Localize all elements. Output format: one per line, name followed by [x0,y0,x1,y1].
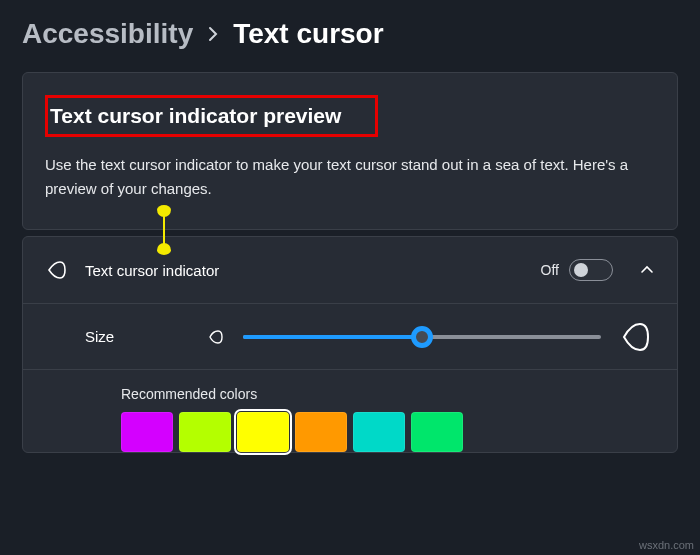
color-swatch-lime[interactable] [179,412,231,452]
preview-title: Text cursor indicator preview [50,104,341,128]
cursor-drop-icon [45,260,79,280]
colors-row: Recommended colors [23,369,677,452]
text-cursor-indicator-row[interactable]: Text cursor indicator Off [23,237,677,303]
preview-panel: Text cursor indicator preview Use the te… [22,72,678,230]
cursor-drop-large-icon [617,322,655,352]
color-swatch-yellow[interactable] [237,412,289,452]
cursor-drop-small-icon [205,328,227,346]
breadcrumb: Accessibility Text cursor [22,18,678,50]
slider-thumb[interactable] [411,326,433,348]
size-slider[interactable] [243,326,601,348]
color-swatch-list [121,412,463,452]
slider-fill [243,335,422,339]
chevron-right-icon [207,26,219,42]
toggle-knob [574,263,588,277]
color-swatch-green[interactable] [411,412,463,452]
breadcrumb-current: Text cursor [233,18,383,50]
chevron-up-icon[interactable] [639,262,655,278]
recommended-colors-label: Recommended colors [121,386,257,402]
color-swatch-magenta[interactable] [121,412,173,452]
preview-title-highlight: Text cursor indicator preview [45,95,378,137]
indicator-label: Text cursor indicator [85,262,219,279]
color-swatch-cyan[interactable] [353,412,405,452]
size-label: Size [85,328,145,345]
preview-description: Use the text cursor indicator to make yo… [45,153,655,201]
indicator-toggle[interactable] [569,259,613,281]
settings-panel: Text cursor indicator Off Size [22,236,678,453]
size-row: Size [23,303,677,369]
color-swatch-orange[interactable] [295,412,347,452]
breadcrumb-parent[interactable]: Accessibility [22,18,193,50]
watermark: wsxdn.com [639,539,694,551]
toggle-state-label: Off [541,262,559,278]
